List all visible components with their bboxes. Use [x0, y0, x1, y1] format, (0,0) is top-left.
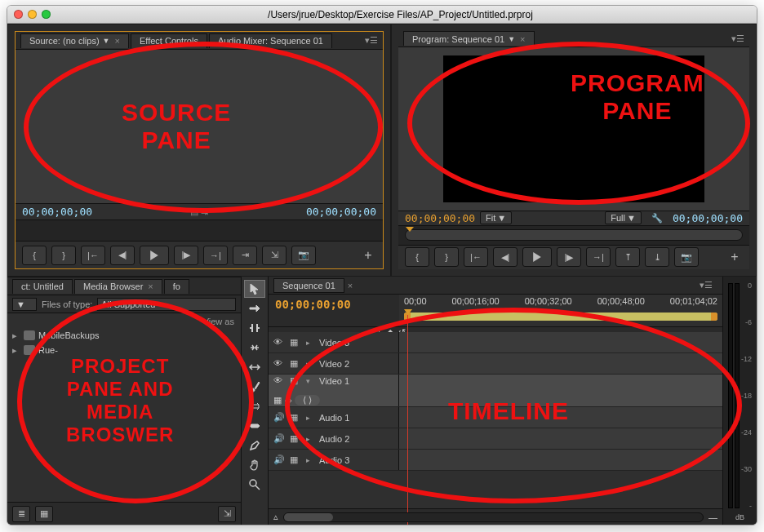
close-tab-icon[interactable]: × [148, 282, 153, 291]
list-item[interactable]: ▸Rue- [9, 343, 239, 357]
hand-tool[interactable] [244, 456, 265, 474]
rolling-edit-tool[interactable] [244, 339, 265, 357]
program-tc-current[interactable]: 00;00;00;00 [405, 212, 475, 224]
panel-menu-icon[interactable]: ▾☰ [700, 280, 713, 290]
selection-tool[interactable] [244, 280, 265, 298]
tab-media-browser[interactable]: Media Browser× [74, 279, 162, 294]
tab-audio-mixer[interactable]: Audio Mixer: Sequence 01 [209, 33, 332, 48]
step-back-button[interactable]: ◀| [110, 246, 135, 265]
zoom-icon[interactable] [42, 10, 51, 19]
panel-menu-icon[interactable]: ▾☰ [731, 33, 744, 44]
razor-tool[interactable] [244, 378, 265, 396]
overwrite-button[interactable]: ⇲ [262, 246, 286, 265]
speaker-icon[interactable]: 🔊 [273, 412, 285, 423]
track-audio-2[interactable]: 🔊▦▸Audio 2 [269, 428, 722, 450]
zoom-out-icon[interactable]: ▵ [273, 512, 278, 522]
minimize-icon[interactable] [28, 10, 37, 19]
export-frame-button[interactable]: 📷 [674, 247, 699, 267]
dropdown-icon[interactable]: ▼ [103, 37, 110, 45]
rate-stretch-tool[interactable] [244, 358, 265, 376]
panel-menu-icon[interactable]: ▾☰ [365, 35, 378, 46]
eye-icon[interactable]: 👁 [273, 337, 285, 348]
playhead-icon[interactable] [404, 309, 412, 315]
track-lane[interactable] [399, 450, 722, 470]
program-monitor[interactable] [443, 55, 704, 202]
play-button[interactable] [140, 246, 169, 265]
horizontal-scrollbar[interactable] [283, 512, 704, 522]
tab-source[interactable]: Source: (no clips) ▼ × [20, 33, 129, 48]
track-lane[interactable] [399, 353, 722, 374]
file-type-select[interactable]: All Supported [97, 298, 236, 311]
close-tab-icon[interactable]: × [348, 281, 353, 290]
tab-info[interactable]: fo [164, 279, 189, 294]
track-audio-1[interactable]: 🔊▦▸Audio 1 [269, 407, 722, 428]
step-forward-button[interactable]: |▶ [557, 247, 581, 267]
lift-button[interactable]: ⤒ [615, 247, 640, 267]
play-button[interactable] [522, 247, 552, 267]
tab-effect-controls[interactable]: Effect Controls [131, 33, 207, 48]
ingest-button[interactable]: ⇲ [218, 506, 236, 522]
track-lane[interactable] [399, 407, 722, 428]
timeline-tc-current[interactable]: 00;00;00;00 [275, 298, 351, 311]
mark-out-button[interactable]: } [51, 246, 76, 265]
lock-icon[interactable]: ▦ [290, 433, 301, 445]
source-scrub-strip[interactable] [16, 219, 383, 241]
list-item[interactable]: ▸MobileBackups [9, 328, 239, 343]
lock-icon[interactable]: ▦ [290, 337, 301, 348]
track-video-3[interactable]: 👁▦▸Video 3 [269, 332, 722, 353]
track-video-1[interactable]: 👁▦▾Video 1 ▦◇⟨ ⟩ [269, 375, 722, 407]
media-list[interactable]: View as ▸MobileBackups ▸Rue- [7, 313, 241, 502]
track-audio-3[interactable]: 🔊▦▸Audio 3 [269, 450, 722, 471]
go-to-out-button[interactable]: →| [203, 246, 228, 265]
close-tab-icon[interactable]: × [115, 36, 120, 46]
slide-tool[interactable] [244, 417, 265, 435]
opacity-icon[interactable]: ◇ [285, 395, 291, 406]
track-video-2[interactable]: 👁▦▸Video 2 [269, 353, 722, 375]
keyframe-icon[interactable]: ▦ [273, 395, 282, 406]
track-lane[interactable] [399, 428, 722, 449]
extract-button[interactable]: ⤓ [645, 247, 669, 267]
step-back-button[interactable]: ◀| [493, 247, 517, 267]
speaker-icon[interactable]: 🔊 [273, 433, 285, 445]
go-to-out-button[interactable]: →| [586, 247, 611, 267]
thumb-view-button[interactable]: ▦ [35, 506, 53, 522]
eye-icon[interactable]: 👁 [273, 358, 285, 370]
go-to-in-button[interactable]: |← [81, 246, 105, 265]
export-frame-button[interactable]: 📷 [291, 246, 316, 265]
track-display-pill[interactable]: ⟨ ⟩ [295, 395, 320, 406]
work-area-bar[interactable] [404, 313, 717, 321]
add-button-icon[interactable]: + [726, 249, 743, 265]
tab-project[interactable]: ct: Untitled [12, 279, 73, 294]
go-to-in-button[interactable]: |← [464, 247, 488, 267]
lock-icon[interactable]: ▦ [290, 412, 301, 423]
source-tc-out[interactable]: 00;00;00;00 [306, 206, 376, 218]
zoom-tool[interactable] [244, 476, 265, 494]
pen-tool[interactable] [244, 437, 265, 454]
eye-icon[interactable]: 👁 [273, 375, 285, 387]
view-as-label[interactable]: View as [203, 317, 234, 326]
tab-program[interactable]: Program: Sequence 01 ▼ × [403, 31, 535, 46]
wrench-icon[interactable]: 🔧 [651, 213, 663, 224]
mark-in-button[interactable]: { [22, 246, 47, 265]
add-button-icon[interactable]: + [360, 247, 376, 264]
insert-button[interactable]: ⇥ [233, 246, 257, 265]
mark-in-button[interactable]: { [405, 247, 429, 267]
zoom-slider-icon[interactable]: — [708, 512, 717, 522]
track-lane[interactable] [399, 375, 722, 406]
close-tab-icon[interactable]: × [520, 34, 525, 44]
time-ruler[interactable]: 00;00 00;00;16;00 00;00;32;00 00;00;48;0… [399, 295, 722, 326]
list-view-button[interactable]: ≣ [12, 506, 30, 522]
program-tc-right[interactable]: 00;00;00;00 [673, 212, 743, 224]
track-lane[interactable] [399, 332, 722, 352]
nav-back-select[interactable]: ▼ [12, 298, 37, 311]
slip-tool[interactable] [244, 397, 265, 415]
quality-select[interactable]: Full▼ [605, 211, 642, 224]
ripple-edit-tool[interactable] [244, 319, 265, 337]
zoom-select[interactable]: Fit▼ [480, 211, 512, 224]
source-tc-in[interactable]: 00;00;00;00 [22, 206, 92, 218]
lock-icon[interactable]: ▦ [290, 375, 301, 387]
track-select-tool[interactable] [244, 299, 265, 317]
program-scrub-strip[interactable] [398, 225, 749, 245]
lock-icon[interactable]: ▦ [290, 454, 301, 466]
dropdown-icon[interactable]: ▼ [508, 35, 515, 43]
